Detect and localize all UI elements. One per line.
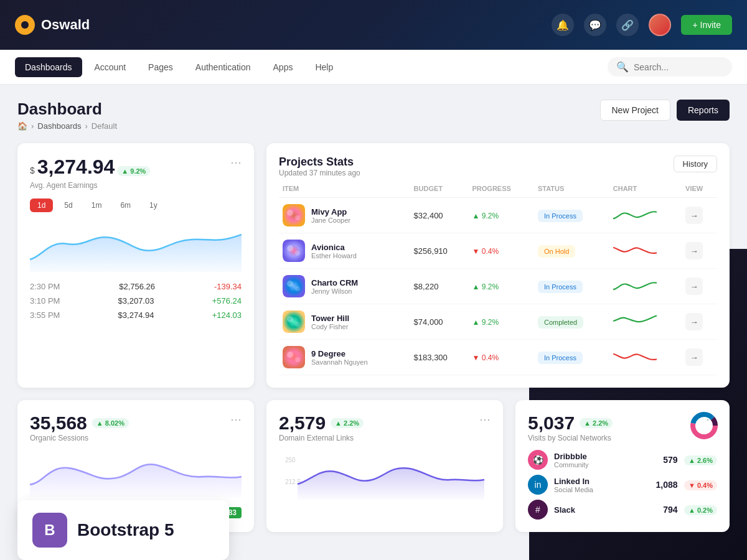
- links-more-button[interactable]: ⋯: [479, 413, 491, 426]
- filter-1y[interactable]: 1y: [142, 198, 165, 212]
- view-button-4[interactable]: →: [685, 348, 703, 366]
- content-area: Dashboard 🏠 › Dashboards › Default New P…: [0, 85, 747, 560]
- col-status: STATUS: [534, 180, 609, 198]
- dribbble-type: Community: [554, 461, 589, 469]
- status-badge: Completed: [538, 316, 583, 329]
- links-label: Domain External Links: [279, 434, 491, 442]
- table-row: 9 Degree Savannah Nguyen $183,300 ▼ 0.4%…: [279, 340, 717, 375]
- view-button-1[interactable]: →: [685, 242, 703, 259]
- project-item: Mivy App Jane Cooper: [283, 204, 406, 226]
- share-icon[interactable]: 🔗: [616, 14, 639, 36]
- sessions-value: 35,568: [30, 413, 87, 434]
- dribbble-row: ⚽ Dribbble Community 579 ▲ 2.6%: [528, 450, 717, 470]
- view-button-3[interactable]: →: [685, 313, 703, 330]
- social-value: 5,037: [528, 413, 575, 434]
- table-row: Tower Hill Cody Fisher $74,000 ▲ 9.2% Co…: [279, 304, 717, 340]
- header-actions: 🔔 💬 🔗 + Invite: [552, 14, 732, 36]
- project-item: Avionica Esther Howard: [283, 240, 406, 262]
- svg-text:250: 250: [285, 457, 296, 464]
- slack-count: 794: [663, 505, 677, 515]
- svg-point-8: [295, 286, 300, 291]
- page-header: Dashboard 🏠 › Dashboards › Default New P…: [17, 100, 730, 131]
- nav-item-apps[interactable]: Apps: [263, 57, 303, 77]
- dribbble-icon: ⚽: [528, 450, 548, 470]
- time-3: 3:55 PM: [30, 310, 60, 320]
- logo-text: Oswald: [41, 17, 90, 33]
- linkedin-name: Linked In: [554, 477, 593, 486]
- filter-1m[interactable]: 1m: [84, 198, 110, 212]
- invite-button[interactable]: + Invite: [681, 15, 732, 35]
- sessions-more-button[interactable]: ⋯: [230, 413, 242, 426]
- col-progress: PROGRESS: [469, 180, 534, 198]
- nav-item-pages[interactable]: Pages: [138, 57, 183, 77]
- search-input[interactable]: [634, 62, 723, 72]
- svg-point-11: [295, 322, 300, 327]
- linkedin-icon: in: [528, 475, 548, 495]
- time-filters: 1d 5d 1m 6m 1y: [30, 198, 242, 212]
- navigation: Dashboards Account Pages Authentication …: [0, 50, 747, 85]
- projects-title: Projects Stats: [279, 156, 360, 169]
- more-options-button[interactable]: ⋯: [230, 156, 242, 169]
- linkedin-row: in Linked In Social Media 1,088 ▼ 0.4%: [528, 475, 717, 495]
- social-card: ⋯ 5,037 ▲ 2.2% Visits by Social Networks…: [515, 400, 730, 532]
- table-row: Charto CRM Jenny Wilson $8,220 ▲ 9.2% In…: [279, 269, 717, 304]
- slack-change: ▲ 0.2%: [684, 505, 717, 515]
- amount-1: $2,756.26: [119, 282, 155, 291]
- links-badge: ▲ 2.2%: [331, 418, 364, 428]
- page-title: Dashboard: [17, 100, 117, 119]
- view-button-0[interactable]: →: [685, 207, 703, 224]
- amount-3: $3,274.94: [118, 310, 154, 320]
- col-item: ITEM: [279, 180, 410, 198]
- svg-point-10: [287, 316, 293, 322]
- earnings-badge: ▲ 9.2%: [117, 166, 150, 176]
- linkedin-count: 1,088: [655, 480, 677, 490]
- project-item: Charto CRM Jenny Wilson: [283, 275, 406, 297]
- earnings-row-2: 3:10 PM $3,207.03 +576.24: [30, 296, 242, 306]
- history-button[interactable]: History: [674, 156, 717, 172]
- status-badge: In Process: [538, 352, 583, 364]
- svg-point-4: [287, 245, 293, 251]
- chat-icon[interactable]: 💬: [584, 14, 606, 36]
- status-badge: On Hold: [538, 245, 575, 258]
- currency-symbol: $: [30, 166, 35, 175]
- svg-rect-0: [283, 204, 305, 226]
- reports-button[interactable]: Reports: [677, 100, 730, 121]
- breadcrumb-default: Default: [92, 121, 117, 131]
- new-project-button[interactable]: New Project: [600, 100, 670, 121]
- breadcrumb: 🏠 › Dashboards › Default: [17, 121, 117, 131]
- notification-icon[interactable]: 🔔: [552, 14, 574, 36]
- filter-1d[interactable]: 1d: [30, 198, 53, 212]
- page-title-section: Dashboard 🏠 › Dashboards › Default: [17, 100, 117, 131]
- col-view: VIEW: [682, 180, 717, 198]
- svg-point-7: [287, 281, 293, 287]
- linkedin-change: ▼ 0.4%: [684, 480, 717, 490]
- earnings-row-3: 3:55 PM $3,274.94 +124.03: [30, 310, 242, 320]
- social-rows: ⚽ Dribbble Community 579 ▲ 2.6% in: [528, 450, 717, 520]
- col-chart: CHART: [609, 180, 682, 198]
- page-actions: New Project Reports: [600, 100, 730, 121]
- nav-item-help[interactable]: Help: [305, 57, 343, 77]
- nav-item-dashboards[interactable]: Dashboards: [15, 57, 82, 77]
- breadcrumb-dashboards[interactable]: Dashboards: [37, 121, 81, 131]
- bootstrap-text: Bootstrap 5: [77, 520, 174, 540]
- header: Oswald 🔔 💬 🔗 + Invite: [0, 0, 747, 50]
- nav-item-account[interactable]: Account: [85, 57, 136, 77]
- links-chart: 250 212.5: [279, 450, 491, 500]
- top-grid: ⋯ $ 3,274.94 ▲ 9.2% Avg. Agent Earnings …: [17, 143, 730, 388]
- svg-point-13: [287, 352, 293, 358]
- filter-5d[interactable]: 5d: [57, 198, 80, 212]
- home-icon: 🏠: [17, 121, 27, 131]
- status-badge: In Process: [538, 281, 583, 293]
- view-button-2[interactable]: →: [685, 278, 703, 295]
- amount-2: $3,207.03: [118, 296, 154, 306]
- avatar[interactable]: [649, 14, 671, 36]
- nav-item-authentication[interactable]: Authentication: [186, 57, 261, 77]
- search-icon: 🔍: [616, 61, 629, 73]
- filter-6m[interactable]: 6m: [113, 198, 138, 212]
- dribbble-count: 579: [663, 455, 677, 465]
- time-2: 3:10 PM: [30, 296, 60, 306]
- project-item: 9 Degree Savannah Nguyen: [283, 346, 406, 368]
- bootstrap-icon: B: [32, 513, 67, 548]
- slack-row: # Slack 794 ▲ 0.2%: [528, 500, 717, 520]
- svg-point-5: [295, 251, 300, 256]
